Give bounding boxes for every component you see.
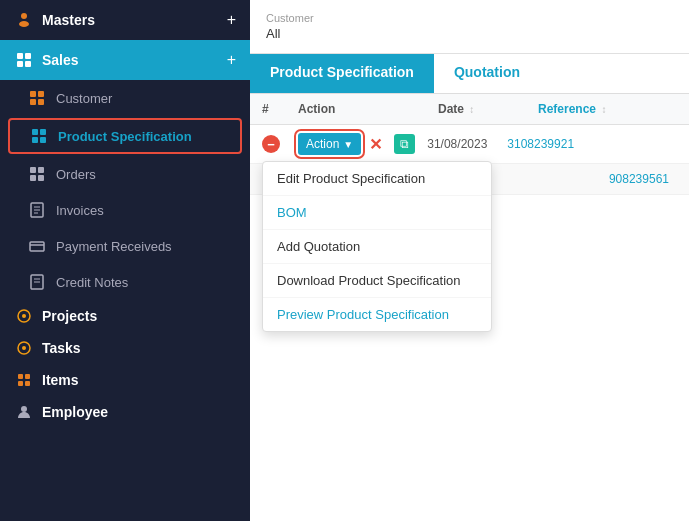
svg-rect-5 (25, 61, 31, 67)
dropdown-item-bom[interactable]: BOM (263, 196, 491, 230)
row1-date: 31/08/2023 (427, 137, 487, 151)
svg-rect-4 (17, 61, 23, 67)
svg-point-35 (21, 406, 27, 412)
customer-label: Customer (56, 91, 112, 106)
svg-rect-2 (17, 53, 23, 59)
svg-point-30 (22, 346, 26, 350)
invoices-label: Invoices (56, 203, 104, 218)
projects-label: Projects (42, 308, 97, 324)
svg-point-1 (19, 21, 29, 27)
col-header-hash: # (262, 102, 298, 116)
svg-rect-31 (18, 374, 23, 379)
product-spec-table: # Action Date ↕ Reference ↕ − Action ▼ (250, 94, 689, 521)
svg-point-0 (21, 13, 27, 19)
employee-label: Employee (42, 404, 108, 420)
filter-area: Customer All (250, 0, 689, 54)
date-sort-icon: ↕ (469, 104, 474, 115)
ref-sort-icon: ↕ (601, 104, 606, 115)
sales-icon (14, 50, 34, 70)
tab-product-specification[interactable]: Product Specification (250, 54, 434, 93)
copy-row-button[interactable]: ⧉ (394, 134, 415, 154)
row1-reference: 3108239921 (507, 137, 574, 151)
svg-rect-16 (30, 175, 36, 181)
tabs-bar: Product Specification Quotation (250, 54, 689, 94)
delete-row-button[interactable]: ✕ (369, 135, 382, 154)
sidebar-item-orders[interactable]: Orders (0, 156, 250, 192)
sidebar: Masters + Sales + Customer Product Speci… (0, 0, 250, 521)
svg-rect-6 (30, 91, 36, 97)
svg-rect-3 (25, 53, 31, 59)
svg-rect-7 (38, 91, 44, 97)
payment-icon (28, 237, 46, 255)
customer-filter-value: All (266, 26, 673, 41)
sidebar-item-payment-received[interactable]: Payment Receiveds (0, 228, 250, 264)
tasks-icon (14, 338, 34, 358)
dropdown-item-edit[interactable]: Edit Product Specification (263, 162, 491, 196)
row1-actions: Action ▼ ✕ ⧉ (298, 133, 419, 155)
sidebar-projects-section[interactable]: Projects (0, 300, 250, 336)
sidebar-employee-section[interactable]: Employee (0, 400, 250, 432)
sidebar-tasks-section[interactable]: Tasks (0, 336, 250, 368)
col-header-reference: Reference ↕ (538, 102, 677, 116)
svg-rect-33 (18, 381, 23, 386)
sales-plus-icon[interactable]: + (227, 51, 236, 69)
customer-icon (28, 89, 46, 107)
product-spec-icon (30, 127, 48, 145)
sidebar-sales-section[interactable]: Sales + (0, 40, 250, 80)
masters-icon (14, 10, 34, 30)
product-spec-label: Product Specification (58, 129, 192, 144)
items-icon (14, 370, 34, 390)
payment-received-label: Payment Receiveds (56, 239, 172, 254)
svg-rect-22 (30, 242, 44, 251)
svg-rect-15 (38, 167, 44, 173)
credit-notes-icon (28, 273, 46, 291)
sidebar-items-section[interactable]: Items (0, 368, 250, 400)
orders-icon (28, 165, 46, 183)
dropdown-item-download[interactable]: Download Product Specification (263, 264, 491, 298)
credit-notes-label: Credit Notes (56, 275, 128, 290)
svg-rect-14 (30, 167, 36, 173)
masters-label: Masters (42, 12, 95, 28)
action-dropdown-button[interactable]: Action ▼ (298, 133, 361, 155)
sidebar-item-customer[interactable]: Customer (0, 80, 250, 116)
row1-minus[interactable]: − (262, 135, 298, 153)
dropdown-item-add-quotation[interactable]: Add Quotation (263, 230, 491, 264)
dropdown-item-preview[interactable]: Preview Product Specification (263, 298, 491, 331)
minus-circle-icon[interactable]: − (262, 135, 280, 153)
customer-filter-label: Customer (266, 12, 673, 24)
svg-rect-8 (30, 99, 36, 105)
svg-rect-9 (38, 99, 44, 105)
sidebar-item-credit-notes[interactable]: Credit Notes (0, 264, 250, 300)
masters-plus-icon[interactable]: + (227, 11, 236, 29)
tasks-label: Tasks (42, 340, 81, 356)
row2-reference: 908239561 (609, 172, 669, 186)
table-header: # Action Date ↕ Reference ↕ (250, 94, 689, 125)
svg-rect-12 (32, 137, 38, 143)
svg-rect-32 (25, 374, 30, 379)
svg-point-28 (22, 314, 26, 318)
svg-rect-17 (38, 175, 44, 181)
dropdown-caret-icon: ▼ (343, 139, 353, 150)
orders-label: Orders (56, 167, 96, 182)
sales-label: Sales (42, 52, 79, 68)
invoices-icon (28, 201, 46, 219)
action-dropdown-menu: Edit Product Specification BOM Add Quota… (262, 161, 492, 332)
items-label: Items (42, 372, 79, 388)
employee-icon (14, 402, 34, 422)
sidebar-item-invoices[interactable]: Invoices (0, 192, 250, 228)
sidebar-item-product-specification[interactable]: Product Specification (8, 118, 242, 154)
projects-icon (14, 306, 34, 326)
svg-rect-34 (25, 381, 30, 386)
svg-rect-11 (40, 129, 46, 135)
svg-rect-13 (40, 137, 46, 143)
col-header-action: Action (298, 102, 438, 116)
svg-rect-10 (32, 129, 38, 135)
table-row: − Action ▼ ✕ ⧉ 31/08/2023 3108239921 Edi… (250, 125, 689, 164)
main-content: Customer All Product Specification Quota… (250, 0, 689, 521)
tab-quotation[interactable]: Quotation (434, 54, 540, 93)
sidebar-masters-section[interactable]: Masters + (0, 0, 250, 40)
col-header-date: Date ↕ (438, 102, 538, 116)
